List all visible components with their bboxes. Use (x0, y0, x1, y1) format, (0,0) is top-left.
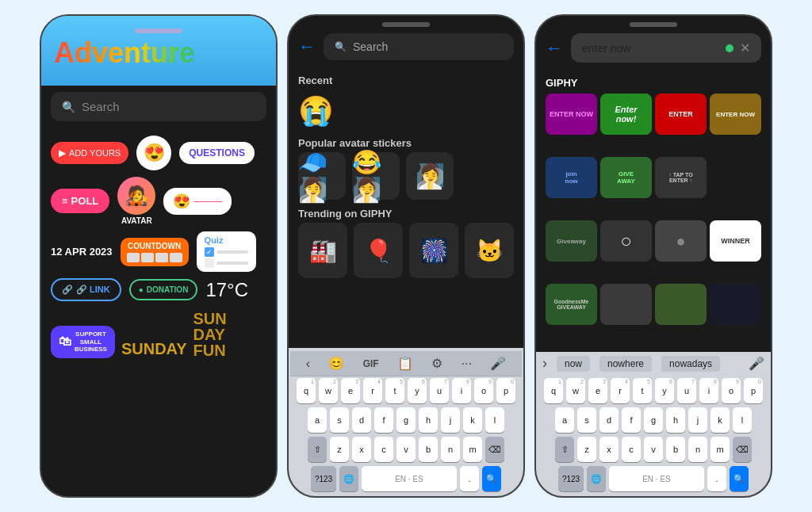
key-emoji-3[interactable]: 🌐 (587, 466, 606, 491)
key-d-3[interactable]: d (599, 407, 619, 433)
countdown-chip[interactable]: COUNTDOWN (121, 238, 189, 266)
key-p[interactable]: p0 (496, 378, 515, 403)
key-u[interactable]: u7 (430, 378, 449, 403)
key-n[interactable]: n (441, 437, 460, 462)
giphy-item-5[interactable]: joinnow (546, 157, 597, 198)
key-z[interactable]: z (330, 437, 349, 462)
toolbar-settings-icon[interactable]: ⚙ (427, 354, 447, 373)
key-o-3[interactable]: o9 (722, 378, 741, 403)
key-shift-3[interactable]: ⇧ (555, 437, 574, 462)
key-j[interactable]: j (441, 407, 460, 433)
toolbar-more-icon[interactable]: ··· (457, 355, 477, 373)
key-n-3[interactable]: n (688, 437, 707, 462)
key-emoji[interactable]: 🌐 (339, 466, 358, 491)
key-o[interactable]: o9 (474, 378, 493, 403)
key-q[interactable]: q1 (297, 378, 316, 403)
key-e-3[interactable]: e3 (588, 378, 607, 403)
key-s-3[interactable]: s (577, 407, 596, 433)
giphy-item-4[interactable]: ENTER NOW (710, 94, 761, 135)
key-x[interactable]: x (352, 437, 371, 462)
trending-item-2[interactable]: 🎈 (354, 223, 403, 278)
key-shift[interactable]: ⇧ (308, 437, 327, 462)
giphy-item-1[interactable]: ENTER NOW (546, 94, 597, 135)
key-q-3[interactable]: q1 (544, 378, 563, 403)
toolbar-back-icon[interactable]: ‹ (301, 355, 315, 373)
key-w-3[interactable]: w2 (566, 378, 585, 403)
hearts-bar[interactable]: 😍 ——— (163, 188, 232, 215)
mic-icon-3[interactable]: 🎤 (749, 356, 764, 371)
search-input-2[interactable]: 🔍 Search (324, 33, 514, 60)
key-a[interactable]: a (308, 407, 327, 433)
key-period-3[interactable]: . (707, 466, 726, 491)
avatar-sticker-1[interactable]: 🧢🧖‍♀️ (298, 152, 346, 200)
donation-chip[interactable]: ● DONATION (129, 279, 198, 300)
key-backspace-3[interactable]: ⌫ (733, 437, 752, 462)
key-g[interactable]: g (396, 407, 416, 433)
key-f[interactable]: f (374, 407, 393, 433)
key-h[interactable]: h (419, 407, 438, 433)
toolbar-mic-icon[interactable]: 🎤 (485, 354, 511, 373)
key-numeric[interactable]: ?123 (311, 466, 336, 491)
key-j-3[interactable]: j (688, 407, 707, 433)
key-v-3[interactable]: v (644, 437, 663, 462)
key-b[interactable]: b (419, 437, 438, 462)
toolbar-emoji-icon[interactable]: 😊 (324, 354, 349, 373)
key-c-3[interactable]: c (622, 437, 641, 462)
key-b-3[interactable]: b (666, 437, 685, 462)
key-numeric-3[interactable]: ?123 (558, 466, 584, 491)
key-i-3[interactable]: i8 (699, 378, 718, 403)
giphy-item-12[interactable]: WINNER (710, 220, 761, 262)
key-m[interactable]: m (463, 437, 482, 462)
key-f-3[interactable]: f (622, 407, 641, 433)
questions-chip[interactable]: QUESTIONS (179, 142, 255, 164)
recent-emoji[interactable]: 😭 (298, 94, 514, 128)
key-space-3[interactable]: EN · ES (609, 466, 704, 491)
trending-item-1[interactable]: 🏭 (298, 223, 347, 278)
giphy-item-15[interactable] (655, 284, 707, 325)
key-w[interactable]: w2 (319, 378, 338, 403)
giphy-item-3[interactable]: ENTER (655, 94, 707, 135)
key-i[interactable]: i8 (452, 378, 471, 403)
search-bar-1[interactable]: 🔍 Search (51, 92, 266, 121)
giphy-item-6[interactable]: GIVEAWAY (600, 157, 652, 198)
key-r[interactable]: r4 (363, 378, 382, 403)
toolbar-gif-label[interactable]: GIF (358, 357, 384, 371)
back-button-3[interactable]: ← (546, 38, 563, 59)
avatar-box[interactable]: 🧑‍🎤 AVATAR (117, 177, 155, 225)
search-input-3[interactable]: enter now ✕ (571, 33, 761, 63)
key-m-3[interactable]: m (710, 437, 730, 462)
clear-button-3[interactable]: ✕ (740, 40, 750, 55)
key-c[interactable]: c (374, 437, 393, 462)
trending-item-4[interactable]: 🐱 (465, 223, 514, 278)
suggestion-now[interactable]: now (557, 356, 590, 372)
key-backspace[interactable]: ⌫ (485, 437, 504, 462)
support-chip[interactable]: 🛍 SUPPORTSMALLBUSINESS (51, 326, 115, 358)
avatar-sticker-2[interactable]: 😂🧖‍♀️ (352, 152, 400, 200)
giphy-item-7[interactable]: ↑ TAP TOENTER ↑ (655, 157, 707, 198)
key-k[interactable]: k (463, 407, 482, 433)
key-k-3[interactable]: k (710, 407, 730, 433)
quiz-chip[interactable]: Quiz ✓ (197, 231, 256, 272)
heart-eyes-emoji[interactable]: 😍 (136, 136, 171, 170)
key-v[interactable]: v (396, 437, 416, 462)
suggestion-arrow-icon[interactable]: › (542, 355, 547, 372)
giphy-item-11[interactable]: ● (655, 220, 707, 262)
giphy-item-14[interactable] (600, 284, 652, 325)
link-chip[interactable]: 🔗 🔗 LINK (51, 278, 121, 301)
key-period[interactable]: . (460, 466, 479, 491)
key-g-3[interactable]: g (644, 407, 663, 433)
key-search-3[interactable]: 🔍 (730, 466, 749, 491)
key-r-3[interactable]: r4 (611, 378, 630, 403)
giphy-item-9[interactable]: Giveaway (546, 220, 597, 262)
avatar-sticker-3[interactable]: 🧖‍♀️ (406, 152, 454, 200)
back-button-2[interactable]: ← (298, 36, 316, 57)
key-x-3[interactable]: x (599, 437, 619, 462)
toolbar-clipboard-icon[interactable]: 📋 (393, 354, 418, 373)
key-z-3[interactable]: z (577, 437, 596, 462)
giphy-item-2[interactable]: Enternow! (600, 94, 652, 135)
key-space[interactable]: EN · ES (362, 466, 457, 491)
key-y[interactable]: y6 (408, 378, 427, 403)
key-l-3[interactable]: l (733, 407, 752, 433)
key-t-3[interactable]: t5 (633, 378, 652, 403)
giphy-item-10[interactable]: ○ (600, 220, 652, 262)
